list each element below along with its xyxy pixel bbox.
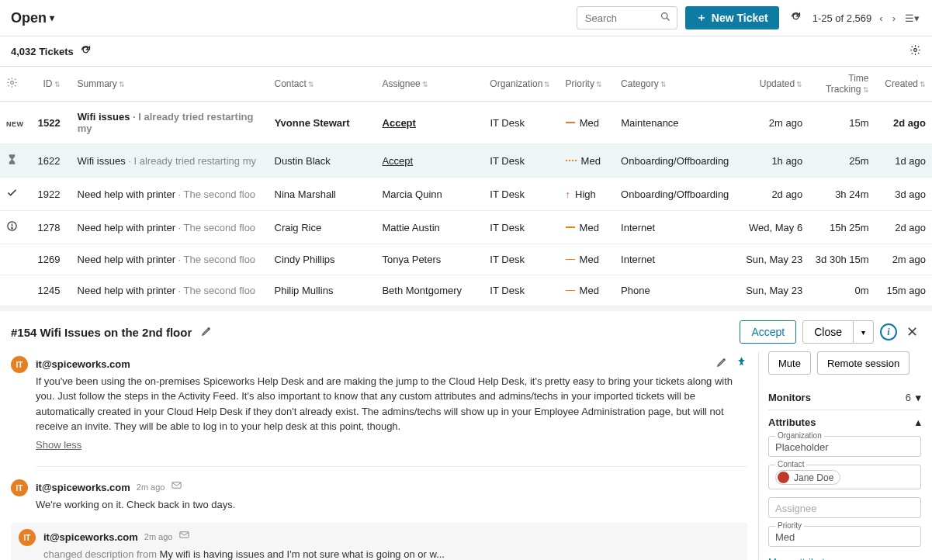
svg-point-0 (661, 13, 667, 19)
ticket-created: 3d ago (875, 188, 932, 200)
refresh-button[interactable] (787, 8, 805, 28)
organization-field[interactable]: Organization Placeholder (768, 436, 921, 457)
ticket-tracking: 3d 30h 15m (809, 254, 875, 265)
edit-title-button[interactable] (201, 325, 213, 339)
ticket-category: Internet (615, 254, 738, 265)
refresh-count-button[interactable] (80, 44, 92, 58)
edit-comment-button[interactable] (716, 356, 728, 372)
view-density-button[interactable]: ☰▾ (903, 12, 921, 24)
attributes-section-toggle[interactable]: Attributes ▴ (768, 417, 921, 428)
ticket-contact: Nina Marshall (269, 188, 376, 200)
comment-time: 2m ago (137, 481, 165, 494)
monitors-section-toggle[interactable]: Monitors 6▾ (768, 392, 921, 403)
ticket-created: 1d ago (875, 155, 932, 167)
close-ticket-dropdown[interactable]: ▾ (854, 320, 874, 344)
col-organization[interactable]: Organization⇅ (483, 78, 559, 89)
avatar: IT (19, 529, 36, 546)
avatar: IT (11, 479, 28, 496)
priority-med-icon (566, 290, 575, 292)
col-id[interactable]: ID⇅ (25, 78, 67, 89)
comment-text: If you've been using the on-premises Spi… (36, 374, 747, 434)
comment-text: changed description from My wifi is havi… (43, 547, 740, 561)
ticket-id: 1922 (25, 188, 67, 200)
svg-point-3 (11, 81, 14, 85)
priority-label: Med (580, 254, 599, 265)
chevron-up-icon: ▴ (916, 417, 921, 428)
assignee-text: Beth Montgomery (382, 285, 462, 296)
col-contact[interactable]: Contact⇅ (269, 78, 376, 89)
tickets-count-text: 4,032 Tickets (11, 46, 74, 57)
mail-icon (178, 529, 190, 545)
new-ticket-button[interactable]: ＋ New Ticket (685, 6, 779, 29)
assignee-text: Mattie Austin (382, 222, 439, 233)
table-settings-button[interactable] (909, 44, 921, 58)
svg-rect-7 (172, 482, 181, 489)
assignee-field[interactable]: Assignee (768, 497, 921, 518)
search-icon[interactable] (660, 11, 671, 25)
ticket-updated: Wed, May 6 (738, 222, 809, 233)
ticket-contact: Craig Rice (269, 222, 376, 233)
accept-link[interactable]: Accept (383, 117, 416, 129)
svg-rect-8 (180, 532, 189, 538)
avatar: IT (11, 356, 28, 373)
priority-med-icon (566, 226, 575, 228)
accept-button[interactable]: Accept (740, 320, 796, 344)
ticket-contact: Philip Mullins (269, 285, 376, 296)
table-row[interactable]: 1922Need help with printer · The second … (0, 178, 932, 211)
priority-label: High (575, 188, 596, 200)
table-row[interactable]: NEW1522Wifi issues · I already tried res… (0, 102, 932, 144)
ticket-created: 2d ago (875, 117, 932, 129)
ticket-category: Onboarding/Offboarding (615, 188, 738, 200)
close-ticket-button[interactable]: Close (802, 320, 854, 344)
svg-line-1 (667, 18, 669, 20)
accept-link[interactable]: Accept (382, 155, 413, 167)
page-next-button[interactable]: › (891, 12, 897, 24)
remote-session-button[interactable]: Remote session (817, 351, 909, 375)
contact-chip[interactable]: Jane Doe (775, 470, 840, 485)
col-tracking[interactable]: Time Tracking⇅ (809, 73, 875, 95)
chevron-down-icon: ▾ (916, 392, 921, 403)
ticket-summary: Wifi issues (78, 111, 130, 123)
priority-label: Med (580, 222, 599, 233)
mail-icon (171, 479, 182, 496)
comment-author: it@spiceworks.com (36, 480, 130, 496)
ticket-id: 1245 (25, 285, 67, 296)
table-row[interactable]: 1269Need help with printer · The second … (0, 244, 932, 275)
col-priority[interactable]: Priority⇅ (560, 78, 615, 89)
priority-label: Med (580, 285, 599, 296)
ticket-tracking: 15m (809, 117, 875, 129)
col-created[interactable]: Created⇅ (875, 78, 932, 89)
priority-med-icon (566, 259, 575, 261)
comment-text: We're working on it. Check back in two d… (36, 497, 747, 513)
ticket-category: Maintenance (615, 117, 738, 129)
ticket-summary: Need help with printer (78, 285, 175, 296)
new-ticket-label: New Ticket (712, 12, 768, 24)
info-icon[interactable]: i (880, 323, 897, 340)
ticket-org: IT Desk (483, 254, 559, 265)
table-row[interactable]: 1278Need help with printer · The second … (0, 211, 932, 244)
assignee-text: Tonya Peters (382, 254, 441, 265)
ticket-updated: Sun, May 23 (738, 285, 809, 296)
mute-button[interactable]: Mute (768, 351, 811, 375)
col-category[interactable]: Category⇅ (615, 78, 738, 89)
priority-label: Med (580, 117, 599, 129)
pin-icon[interactable] (736, 356, 747, 372)
chevron-down-icon: ▾ (50, 12, 54, 23)
ticket-updated: 2m ago (738, 117, 809, 129)
col-updated[interactable]: Updated⇅ (738, 78, 809, 89)
table-row[interactable]: 1245Need help with printer · The second … (0, 275, 932, 306)
table-row[interactable]: 1622Wifi issues · I already tried restar… (0, 144, 932, 178)
page-prev-button[interactable]: ‹ (878, 12, 884, 24)
assignee-text: Marcia Quinn (382, 188, 442, 200)
view-selector[interactable]: Open ▾ (11, 10, 54, 26)
col-summary[interactable]: Summary⇅ (67, 78, 269, 89)
ticket-org: IT Desk (483, 222, 559, 233)
priority-field[interactable]: Priority Med (768, 526, 921, 547)
col-assignee[interactable]: Assignee⇅ (376, 78, 483, 89)
more-attributes-link[interactable]: More attributes... (768, 556, 844, 560)
column-settings-button[interactable] (0, 77, 25, 91)
contact-field[interactable]: Contact Jane Doe (768, 465, 921, 489)
close-panel-button[interactable]: ✕ (903, 323, 921, 340)
show-less-link[interactable]: Show less (36, 437, 81, 453)
ticket-id: 1278 (25, 222, 67, 233)
